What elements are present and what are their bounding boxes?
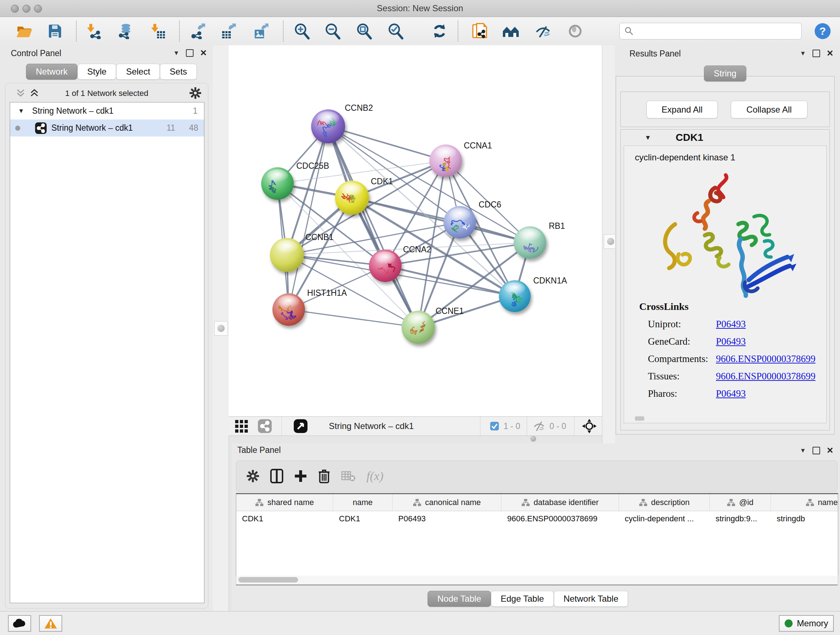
fit-selected-crosshair-icon[interactable]: [582, 418, 597, 434]
gene-description: cyclin-dependent kinase 1: [635, 152, 736, 163]
crosslink-row: Pharos:P06493: [639, 388, 815, 399]
delete-column-icon[interactable]: [318, 469, 330, 483]
crosslink-link[interactable]: 9606.ENSP00000378699: [716, 353, 815, 364]
panel-float-icon[interactable]: [186, 49, 194, 57]
import-network-file-icon[interactable]: [84, 21, 104, 41]
home-neighbors-icon[interactable]: [501, 21, 521, 41]
share-view-icon[interactable]: [257, 419, 272, 433]
refresh-icon[interactable]: [429, 21, 450, 41]
node-HIST1H1A[interactable]: HIST1H1A: [272, 288, 347, 326]
show-graphics-icon[interactable]: [565, 21, 585, 41]
zoom-out-icon[interactable]: [322, 21, 343, 41]
column-header-canonical-name[interactable]: canonical name: [393, 494, 501, 511]
panel-collapse-icon[interactable]: ▼: [800, 447, 806, 454]
node-RB1[interactable]: RB1: [514, 221, 565, 259]
table-hscrollbar[interactable]: [236, 576, 838, 585]
edge-CDK1-RB1[interactable]: [352, 198, 530, 242]
column-header-name[interactable]: name: [333, 494, 393, 511]
import-table-file-icon[interactable]: [148, 21, 168, 41]
tab-network-table[interactable]: Network Table: [554, 591, 628, 607]
network-collection-row[interactable]: ▼ String Network – cdk1 1: [10, 103, 204, 119]
export-table-icon[interactable]: [218, 21, 239, 41]
column-header-database-identifier[interactable]: database identifier: [501, 494, 619, 511]
table-hscrollbar-thumb[interactable]: [238, 577, 298, 583]
network-row-selected[interactable]: String Network – cdk1 11 48: [10, 119, 204, 136]
cell-database-identifier[interactable]: 9606.ENSP00000378699: [501, 511, 619, 527]
panel-close-icon[interactable]: ✕: [827, 49, 834, 58]
tab-sets[interactable]: Sets: [160, 64, 197, 80]
memory-button[interactable]: Memory: [779, 615, 834, 632]
node-CDC25B[interactable]: CDC25B: [261, 161, 329, 200]
table-options-gear-icon[interactable]: [246, 470, 259, 483]
tab-string[interactable]: String: [704, 65, 746, 81]
node-CCNA1[interactable]: CCNA1: [429, 141, 492, 177]
node-CCNB1[interactable]: CCNB1: [270, 233, 333, 272]
tab-node-table[interactable]: Node Table: [428, 591, 491, 607]
left-splitter[interactable]: [213, 45, 229, 611]
show-columns-icon[interactable]: [270, 469, 283, 483]
grid-view-icon[interactable]: [234, 418, 249, 434]
tab-network[interactable]: Network: [26, 64, 77, 80]
edge-HIST1H1A-CCNE1[interactable]: [289, 310, 418, 327]
cell--id[interactable]: stringdb:9...: [710, 511, 771, 527]
help-icon[interactable]: ?: [813, 21, 833, 41]
cloud-status-button[interactable]: [8, 615, 31, 632]
panel-collapse-icon[interactable]: ▼: [800, 50, 806, 57]
export-image-icon[interactable]: [251, 21, 271, 41]
cell-shared-name[interactable]: CDK1: [236, 511, 333, 527]
status-bar: Memory: [0, 611, 840, 635]
crosslink-link[interactable]: P06493: [716, 318, 746, 330]
svg-text:?: ?: [819, 25, 826, 37]
crosslink-link[interactable]: P06493: [716, 388, 746, 399]
save-session-icon[interactable]: [45, 21, 65, 41]
string-import-icon[interactable]: [470, 21, 490, 41]
zoom-in-icon[interactable]: [292, 21, 312, 41]
crosslink-link[interactable]: P06493: [716, 336, 746, 347]
tab-select[interactable]: Select: [116, 64, 160, 80]
search-input[interactable]: [619, 23, 802, 40]
tab-style[interactable]: Style: [77, 64, 116, 80]
warning-button[interactable]: [39, 615, 62, 632]
horizontal-splitter-handle[interactable]: [531, 436, 536, 442]
left-splitter-handle[interactable]: [214, 321, 228, 336]
cell-namespace[interactable]: stringdb: [771, 511, 838, 527]
cell-canonical-name[interactable]: P06493: [393, 511, 501, 527]
panel-float-icon[interactable]: [813, 50, 820, 57]
cell-name[interactable]: CDK1: [333, 511, 393, 527]
edge-CCNB2-CCNA1[interactable]: [328, 126, 446, 161]
selected-checkbox-icon[interactable]: [490, 421, 499, 431]
column-header-shared-name[interactable]: shared name: [236, 494, 333, 511]
tab-edge-table[interactable]: Edge Table: [491, 591, 554, 607]
add-column-icon[interactable]: [294, 470, 307, 483]
network-canvas[interactable]: CCNB2CCNA1CDC25BCDK1CDC6RB1CCNB1CCNA2CDK…: [229, 45, 602, 416]
toolbar-separator: [76, 21, 77, 42]
node-CDK1[interactable]: CDK1: [335, 177, 393, 215]
results-scrollbar-thumb[interactable]: [635, 416, 644, 421]
network-tree: ▼ String Network – cdk1 1 String Network…: [10, 102, 204, 603]
node-CDKN1A[interactable]: CDKN1A: [499, 276, 567, 312]
column-header-description[interactable]: description: [619, 494, 710, 511]
options-gear-icon[interactable]: [189, 87, 202, 99]
section-collapse-icon[interactable]: ▼: [645, 134, 651, 141]
panel-close-icon[interactable]: ✕: [200, 48, 207, 58]
collapse-all-button[interactable]: Collapse All: [731, 101, 807, 119]
birdseye-icon[interactable]: [294, 419, 308, 433]
zoom-selected-icon[interactable]: [385, 21, 406, 41]
toolbar-separator: [458, 21, 458, 42]
import-network-database-icon[interactable]: [114, 21, 134, 41]
panel-close-icon[interactable]: ✕: [827, 446, 834, 455]
crosslink-link[interactable]: 9606.ENSP00000378699: [716, 371, 815, 382]
control-panel-tabs: Network Style Select Sets: [26, 64, 197, 80]
tree-expand-icon[interactable]: ▼: [18, 108, 24, 115]
column-header--id[interactable]: @id: [710, 494, 771, 511]
hide-eye-icon[interactable]: [533, 21, 554, 41]
expand-all-button[interactable]: Expand All: [646, 101, 718, 119]
table-row[interactable]: CDK1CDK1P064939606.ENSP00000378699cyclin…: [236, 511, 838, 527]
zoom-fit-icon[interactable]: [354, 21, 374, 41]
panel-collapse-icon[interactable]: ▼: [173, 50, 180, 57]
open-session-icon[interactable]: [14, 21, 34, 41]
column-header-namespace[interactable]: namespace: [771, 494, 838, 511]
export-network-icon[interactable]: [188, 21, 208, 41]
panel-float-icon[interactable]: [813, 447, 820, 454]
cell-description[interactable]: cyclin-dependent ...: [619, 511, 710, 527]
